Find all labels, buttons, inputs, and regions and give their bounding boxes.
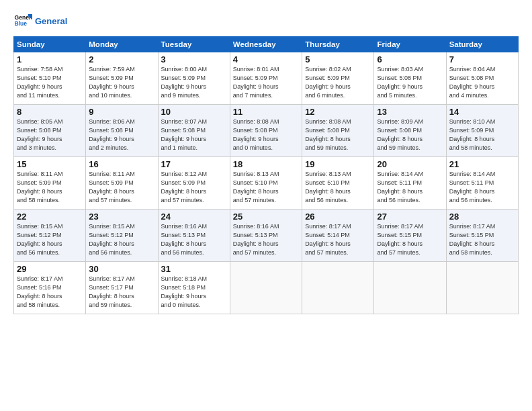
header-cell-sunday: Sunday xyxy=(14,37,86,52)
header-cell-saturday: Saturday xyxy=(446,37,518,52)
day-info: Sunrise: 8:17 AM Sunset: 5:17 PM Dayligh… xyxy=(89,275,154,310)
day-number: 7 xyxy=(449,54,515,64)
logo-text: General xyxy=(35,16,67,27)
day-info: Sunrise: 8:14 AM Sunset: 5:11 PM Dayligh… xyxy=(449,170,515,205)
day-number: 12 xyxy=(305,107,371,117)
day-cell: 25Sunrise: 8:16 AM Sunset: 5:13 PM Dayli… xyxy=(230,210,302,262)
day-number: 8 xyxy=(17,107,83,117)
day-info: Sunrise: 8:02 AM Sunset: 5:09 PM Dayligh… xyxy=(305,65,371,100)
header-cell-monday: Monday xyxy=(86,37,158,52)
day-cell: 2Sunrise: 7:59 AM Sunset: 5:09 PM Daylig… xyxy=(86,52,158,105)
day-cell: 13Sunrise: 8:09 AM Sunset: 5:08 PM Dayli… xyxy=(374,105,446,157)
day-number: 19 xyxy=(305,159,371,169)
day-number: 9 xyxy=(89,107,154,117)
day-info: Sunrise: 8:15 AM Sunset: 5:12 PM Dayligh… xyxy=(17,222,83,257)
day-info: Sunrise: 8:17 AM Sunset: 5:15 PM Dayligh… xyxy=(377,222,443,257)
day-cell: 31Sunrise: 8:18 AM Sunset: 5:18 PM Dayli… xyxy=(158,262,230,314)
day-info: Sunrise: 8:15 AM Sunset: 5:12 PM Dayligh… xyxy=(89,222,154,257)
day-cell: 18Sunrise: 8:13 AM Sunset: 5:10 PM Dayli… xyxy=(230,157,302,210)
day-info: Sunrise: 8:11 AM Sunset: 5:09 PM Dayligh… xyxy=(89,170,154,205)
day-info: Sunrise: 8:12 AM Sunset: 5:09 PM Dayligh… xyxy=(161,170,227,205)
day-number: 3 xyxy=(161,54,227,64)
day-info: Sunrise: 8:09 AM Sunset: 5:08 PM Dayligh… xyxy=(377,118,443,152)
day-cell: 21Sunrise: 8:14 AM Sunset: 5:11 PM Dayli… xyxy=(446,157,518,210)
day-cell: 1Sunrise: 7:58 AM Sunset: 5:10 PM Daylig… xyxy=(14,52,86,105)
logo-general: General xyxy=(35,16,67,26)
day-number: 2 xyxy=(89,54,154,64)
day-cell: 6Sunrise: 8:03 AM Sunset: 5:08 PM Daylig… xyxy=(374,52,446,105)
day-cell: 20Sunrise: 8:14 AM Sunset: 5:11 PM Dayli… xyxy=(374,157,446,210)
day-number: 30 xyxy=(89,264,154,274)
calendar-table: SundayMondayTuesdayWednesdayThursdayFrid… xyxy=(13,36,519,314)
day-number: 18 xyxy=(233,159,299,169)
day-cell xyxy=(230,262,302,314)
day-number: 16 xyxy=(89,159,154,169)
week-row-2: 8Sunrise: 8:05 AM Sunset: 5:08 PM Daylig… xyxy=(14,105,519,157)
day-number: 11 xyxy=(233,107,299,117)
day-cell xyxy=(446,262,518,314)
week-row-1: 1Sunrise: 7:58 AM Sunset: 5:10 PM Daylig… xyxy=(14,52,519,105)
day-number: 23 xyxy=(89,212,154,222)
day-number: 24 xyxy=(161,212,227,222)
calendar-body: 1Sunrise: 7:58 AM Sunset: 5:10 PM Daylig… xyxy=(14,52,519,314)
day-cell: 24Sunrise: 8:16 AM Sunset: 5:13 PM Dayli… xyxy=(158,210,230,262)
day-number: 25 xyxy=(233,212,299,222)
day-number: 17 xyxy=(161,159,227,169)
week-row-4: 22Sunrise: 8:15 AM Sunset: 5:12 PM Dayli… xyxy=(14,210,519,262)
day-info: Sunrise: 8:06 AM Sunset: 5:08 PM Dayligh… xyxy=(89,118,154,152)
day-cell: 17Sunrise: 8:12 AM Sunset: 5:09 PM Dayli… xyxy=(158,157,230,210)
day-cell: 5Sunrise: 8:02 AM Sunset: 5:09 PM Daylig… xyxy=(302,52,374,105)
day-info: Sunrise: 8:05 AM Sunset: 5:08 PM Dayligh… xyxy=(17,118,83,152)
day-number: 27 xyxy=(377,212,443,222)
day-info: Sunrise: 8:13 AM Sunset: 5:10 PM Dayligh… xyxy=(305,170,371,205)
calendar-header: SundayMondayTuesdayWednesdayThursdayFrid… xyxy=(14,37,519,52)
day-cell: 23Sunrise: 8:15 AM Sunset: 5:12 PM Dayli… xyxy=(86,210,158,262)
logo: General Blue General xyxy=(13,12,67,31)
day-cell: 19Sunrise: 8:13 AM Sunset: 5:10 PM Dayli… xyxy=(302,157,374,210)
day-number: 14 xyxy=(449,107,515,117)
day-cell: 8Sunrise: 8:05 AM Sunset: 5:08 PM Daylig… xyxy=(14,105,86,157)
day-cell xyxy=(374,262,446,314)
day-number: 1 xyxy=(17,54,83,64)
day-number: 22 xyxy=(17,212,83,222)
day-cell: 15Sunrise: 8:11 AM Sunset: 5:09 PM Dayli… xyxy=(14,157,86,210)
day-number: 6 xyxy=(377,54,443,64)
svg-text:Blue: Blue xyxy=(15,20,28,27)
page-header: General Blue General xyxy=(13,12,519,31)
calendar-page: General Blue General SundayMondayTuesday… xyxy=(0,0,532,411)
day-info: Sunrise: 8:17 AM Sunset: 5:14 PM Dayligh… xyxy=(305,222,371,257)
header-row: SundayMondayTuesdayWednesdayThursdayFrid… xyxy=(14,37,519,52)
day-cell: 11Sunrise: 8:08 AM Sunset: 5:08 PM Dayli… xyxy=(230,105,302,157)
day-info: Sunrise: 8:03 AM Sunset: 5:08 PM Dayligh… xyxy=(377,65,443,100)
day-cell: 27Sunrise: 8:17 AM Sunset: 5:15 PM Dayli… xyxy=(374,210,446,262)
day-cell: 28Sunrise: 8:17 AM Sunset: 5:15 PM Dayli… xyxy=(446,210,518,262)
day-info: Sunrise: 8:01 AM Sunset: 5:09 PM Dayligh… xyxy=(233,65,299,100)
day-info: Sunrise: 8:18 AM Sunset: 5:18 PM Dayligh… xyxy=(161,275,227,310)
day-info: Sunrise: 8:11 AM Sunset: 5:09 PM Dayligh… xyxy=(17,170,83,205)
day-info: Sunrise: 8:08 AM Sunset: 5:08 PM Dayligh… xyxy=(305,118,371,152)
day-info: Sunrise: 8:08 AM Sunset: 5:08 PM Dayligh… xyxy=(233,118,299,152)
day-cell: 26Sunrise: 8:17 AM Sunset: 5:14 PM Dayli… xyxy=(302,210,374,262)
week-row-5: 29Sunrise: 8:17 AM Sunset: 5:16 PM Dayli… xyxy=(14,262,519,314)
day-info: Sunrise: 8:16 AM Sunset: 5:13 PM Dayligh… xyxy=(161,222,227,257)
day-number: 4 xyxy=(233,54,299,64)
day-cell xyxy=(302,262,374,314)
day-info: Sunrise: 8:10 AM Sunset: 5:09 PM Dayligh… xyxy=(449,118,515,152)
day-cell: 12Sunrise: 8:08 AM Sunset: 5:08 PM Dayli… xyxy=(302,105,374,157)
day-number: 26 xyxy=(305,212,371,222)
day-info: Sunrise: 8:04 AM Sunset: 5:08 PM Dayligh… xyxy=(449,65,515,100)
day-cell: 4Sunrise: 8:01 AM Sunset: 5:09 PM Daylig… xyxy=(230,52,302,105)
day-cell: 7Sunrise: 8:04 AM Sunset: 5:08 PM Daylig… xyxy=(446,52,518,105)
day-cell: 3Sunrise: 8:00 AM Sunset: 5:09 PM Daylig… xyxy=(158,52,230,105)
header-cell-tuesday: Tuesday xyxy=(158,37,230,52)
day-cell: 16Sunrise: 8:11 AM Sunset: 5:09 PM Dayli… xyxy=(86,157,158,210)
day-info: Sunrise: 7:59 AM Sunset: 5:09 PM Dayligh… xyxy=(89,65,154,100)
day-number: 5 xyxy=(305,54,371,64)
header-cell-friday: Friday xyxy=(374,37,446,52)
day-number: 13 xyxy=(377,107,443,117)
day-cell: 14Sunrise: 8:10 AM Sunset: 5:09 PM Dayli… xyxy=(446,105,518,157)
day-info: Sunrise: 8:17 AM Sunset: 5:16 PM Dayligh… xyxy=(17,275,83,310)
day-number: 31 xyxy=(161,264,227,274)
day-number: 20 xyxy=(377,159,443,169)
week-row-3: 15Sunrise: 8:11 AM Sunset: 5:09 PM Dayli… xyxy=(14,157,519,210)
